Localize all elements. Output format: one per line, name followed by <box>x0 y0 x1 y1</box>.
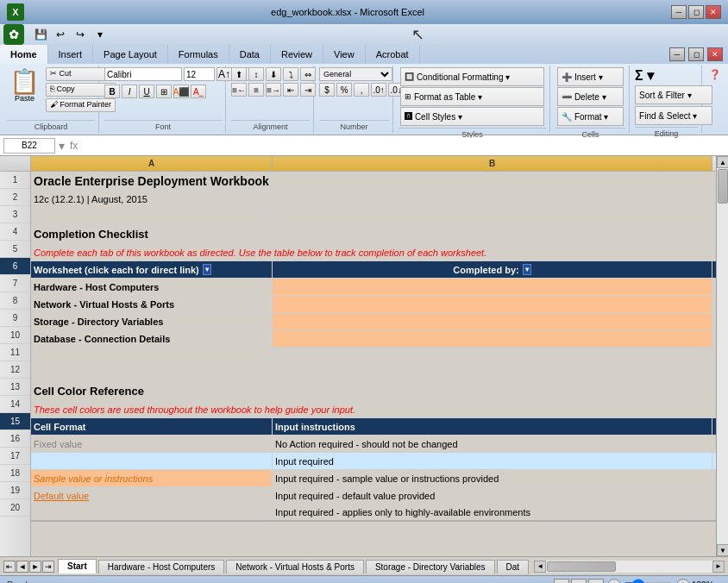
row-num-16[interactable]: 16 <box>0 430 30 448</box>
decimal-increase-button[interactable]: .0↑ <box>371 83 386 97</box>
row-num-7[interactable]: 7 <box>0 275 30 292</box>
normal-view-button[interactable]: ▦ <box>554 579 569 584</box>
delete-cells-button[interactable]: ➖ Delete ▾ <box>557 87 624 106</box>
currency-button[interactable]: $ <box>319 83 335 97</box>
align-left-button[interactable]: ≡← <box>231 83 247 97</box>
sheet-tab-network[interactable]: Network - Virtual Hosts & Ports <box>226 560 364 574</box>
cell-a7[interactable]: Hardware - Host Computers <box>31 279 273 295</box>
underline-button[interactable]: U <box>139 85 154 98</box>
sheet-nav-first-button[interactable]: ⇤ <box>3 561 16 573</box>
vertical-scrollbar[interactable]: ▲ ▼ <box>716 156 728 556</box>
sheet-nav-next-button[interactable]: ► <box>29 561 41 573</box>
insert-cells-button[interactable]: ➕ Insert ▾ <box>557 67 624 86</box>
cell-b1[interactable] <box>273 172 712 190</box>
scroll-thumb[interactable] <box>718 169 728 204</box>
align-center-button[interactable]: ≡ <box>248 83 264 97</box>
save-qat-button[interactable]: 💾 <box>32 27 49 42</box>
tab-page-layout[interactable]: Page Layout <box>93 45 168 64</box>
row-num-6[interactable]: 6 <box>0 258 30 275</box>
redo-button[interactable]: ↪ <box>72 27 89 42</box>
percent-button[interactable]: % <box>336 83 352 97</box>
align-middle-button[interactable]: ↕ <box>248 67 264 81</box>
name-box[interactable] <box>3 138 55 154</box>
scroll-thumb-h[interactable] <box>547 561 616 572</box>
cell-a18[interactable]: Sample value or instructions <box>31 470 273 486</box>
ribbon-minimize-button[interactable]: ─ <box>669 47 685 61</box>
sheet-tab-hardware[interactable]: Hardware - Host Computers <box>98 560 224 574</box>
minimize-button[interactable]: ─ <box>671 5 687 19</box>
row-num-8[interactable]: 8 <box>0 292 30 310</box>
font-name-input[interactable] <box>104 67 182 81</box>
scroll-up-button[interactable]: ▲ <box>717 156 728 168</box>
wrap-text-button[interactable]: ⤵ <box>283 67 298 81</box>
indent-decrease-button[interactable]: ⇤ <box>283 83 298 97</box>
cell-a5[interactable]: Complete each tab of this workbook as di… <box>31 244 712 260</box>
row-num-18[interactable]: 18 <box>0 465 30 482</box>
tab-home[interactable]: Home <box>0 45 48 64</box>
italic-button[interactable]: I <box>122 85 137 98</box>
format-cells-button[interactable]: 🔧 Format ▾ <box>557 107 624 126</box>
col-header-b[interactable]: B <box>273 156 712 171</box>
row-num-14[interactable]: 14 <box>0 396 30 413</box>
row-num-20[interactable]: 20 <box>0 499 30 517</box>
cell-a2[interactable]: 12c (12.2.1) | August, 2015 <box>31 191 273 207</box>
row-num-15[interactable]: 15 <box>0 413 30 430</box>
cell-a9[interactable]: Storage - Directory Variables <box>31 313 273 329</box>
cell-b2[interactable] <box>273 191 712 207</box>
merge-button[interactable]: ⇔ <box>300 67 316 81</box>
cell-a1[interactable]: Oracle Enterprise Deployment Workbook <box>31 172 273 190</box>
cell-b15[interactable]: Input instructions <box>273 418 712 435</box>
find-select-button[interactable]: Find & Select ▾ <box>635 106 712 125</box>
row-num-12[interactable]: 12 <box>0 361 30 379</box>
sum-button[interactable]: Σ ▾ <box>635 67 654 84</box>
font-color-button[interactable]: A_ <box>191 85 206 98</box>
cell-a15[interactable]: Cell Format <box>31 418 273 435</box>
cell-b8[interactable] <box>273 296 712 312</box>
scroll-left-button[interactable]: ◄ <box>534 561 546 573</box>
cell-a3[interactable] <box>31 208 273 224</box>
zoom-out-button[interactable]: − <box>607 579 621 584</box>
tab-acrobat[interactable]: Acrobat <box>366 45 420 64</box>
fill-color-button[interactable]: A⬛ <box>173 85 189 98</box>
bold-button[interactable]: B <box>104 85 120 98</box>
align-top-button[interactable]: ⬆ <box>231 67 247 81</box>
dropdown-arrow-b6[interactable]: ▾ <box>523 264 531 275</box>
cell-b20[interactable]: Input required - applies only to highly-… <box>273 505 712 520</box>
close-button[interactable]: ✕ <box>706 5 721 19</box>
align-bottom-button[interactable]: ⬇ <box>266 67 281 81</box>
dropdown-arrow-a6[interactable]: ▾ <box>203 264 211 275</box>
tab-view[interactable]: View <box>323 45 366 64</box>
cell-a6[interactable]: Worksheet (click each for direct link) ▾ <box>31 261 273 278</box>
paste-button[interactable]: 📋 Paste <box>7 67 42 105</box>
border-button[interactable]: ⊞ <box>156 85 172 98</box>
sheet-tab-dat[interactable]: Dat <box>497 560 530 574</box>
cell-a20[interactable] <box>31 505 273 520</box>
comma-button[interactable]: , <box>354 83 369 97</box>
cell-b19[interactable]: Input required - default value provided <box>273 487 712 504</box>
tab-data[interactable]: Data <box>229 45 271 64</box>
indent-increase-button[interactable]: ⇥ <box>300 83 316 97</box>
row-num-10[interactable]: 10 <box>0 327 30 344</box>
row-num-9[interactable]: 9 <box>0 310 30 327</box>
scroll-down-button[interactable]: ▼ <box>717 544 728 556</box>
qat-dropdown[interactable]: ▾ <box>91 27 109 42</box>
help-button[interactable]: ❓ <box>706 66 725 133</box>
scroll-right-button[interactable]: ► <box>712 561 725 573</box>
align-right-button[interactable]: ≡→ <box>266 83 281 97</box>
undo-button[interactable]: ↩ <box>52 27 69 42</box>
cell-b18[interactable]: Input required - sample value or instruc… <box>273 470 712 486</box>
zoom-in-button[interactable]: + <box>676 579 690 584</box>
page-layout-view-button[interactable]: ▣ <box>571 579 587 584</box>
format-as-table-button[interactable]: ⊞ Format as Table ▾ <box>400 87 544 106</box>
cell-b13[interactable] <box>273 382 712 400</box>
ribbon-close-button[interactable]: ✕ <box>707 47 723 61</box>
cell-b16[interactable]: No Action required - should not be chang… <box>273 436 712 452</box>
number-format-select[interactable]: General <box>319 67 392 81</box>
office-button[interactable]: ✿ <box>3 24 24 45</box>
cell-b9[interactable] <box>273 313 712 329</box>
sheet-nav-prev-button[interactable]: ◄ <box>16 561 28 573</box>
ribbon-restore-button[interactable]: ◻ <box>688 47 704 61</box>
cell-a19[interactable]: Default value <box>31 487 273 504</box>
cell-b12[interactable] <box>273 365 712 381</box>
cell-b4[interactable] <box>273 225 712 243</box>
